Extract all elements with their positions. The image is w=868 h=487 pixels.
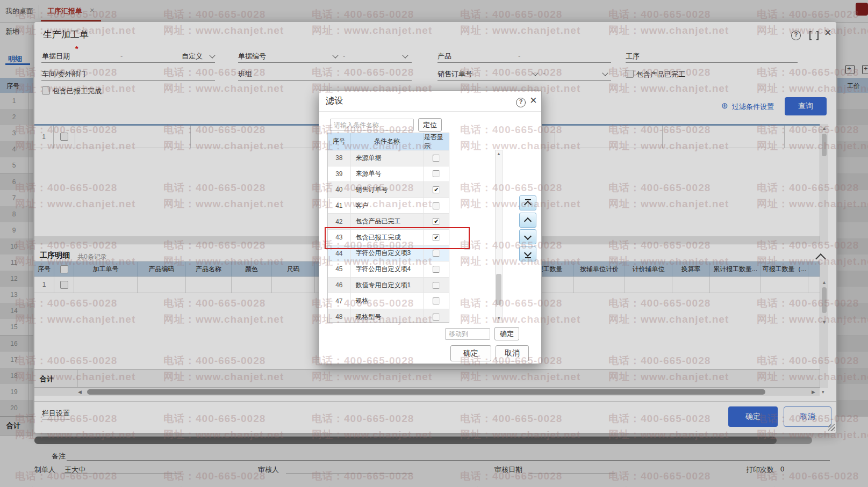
col-name: 条件名称 (351, 133, 424, 150)
condition-name: 字符公用自定义项3 (351, 246, 424, 261)
close-icon[interactable]: × (530, 95, 537, 106)
visible-checkbox[interactable] (433, 297, 440, 304)
visible-checkbox[interactable] (433, 202, 440, 209)
chevron-down-icon (524, 249, 532, 256)
dialog-title: 滤设 (326, 96, 343, 107)
chevron-up-icon (524, 200, 532, 208)
visible-checkbox[interactable] (433, 170, 440, 177)
condition-seq: 41 (328, 198, 351, 214)
col-visible: 是否显示 (424, 133, 449, 150)
move-up-button[interactable] (519, 213, 536, 228)
condition-name: 数值专用自定义项1 (351, 278, 424, 293)
application-window: 我的桌面 工序汇报单 × 新增 明细 序号 123456789101112131… (0, 0, 868, 487)
condition-visible-cell (424, 150, 449, 166)
condition-name: 来源单据 (351, 150, 424, 166)
filter-config-dialog: 滤设 × 定位 序号 条件名称 是否显示 38来源单据39来源单号40销售订单号… (319, 90, 542, 364)
filter-condition-row[interactable]: 43包含已报工完成 (328, 230, 449, 246)
visible-checkbox[interactable] (433, 282, 440, 289)
condition-seq: 47 (328, 293, 351, 309)
scroll-down-icon[interactable]: ▼ (497, 316, 501, 321)
move-ok-button[interactable]: 确定 (494, 327, 519, 340)
condition-visible-cell (424, 214, 449, 229)
locate-button[interactable]: 定位 (418, 118, 442, 132)
list-scrollbar[interactable]: ▲ ▼ (495, 150, 503, 323)
title-divider (319, 111, 541, 112)
condition-name: 包含产品已完工 (351, 214, 424, 229)
filter-condition-row[interactable]: 42包含产品已完工 (328, 214, 449, 230)
chevron-up-icon (524, 217, 532, 224)
condition-seq: 40 (328, 182, 351, 198)
condition-seq: 48 (328, 309, 351, 323)
condition-visible-cell (424, 309, 449, 323)
condition-name: 销售订单号 (351, 182, 424, 198)
condition-visible-cell (424, 182, 449, 198)
visible-checkbox[interactable] (433, 218, 440, 225)
condition-search-input[interactable] (330, 119, 414, 131)
condition-seq: 38 (328, 150, 351, 166)
condition-seq: 42 (328, 214, 351, 229)
condition-visible-cell (424, 246, 449, 261)
filter-condition-row[interactable]: 38来源单据 (328, 150, 449, 166)
condition-table-header: 序号 条件名称 是否显示 (328, 133, 449, 150)
visible-checkbox[interactable] (433, 250, 440, 257)
condition-name: 字符公用自定义项4 (351, 261, 424, 277)
condition-seq: 46 (328, 278, 351, 293)
filter-condition-row[interactable]: 46数值专用自定义项1 (328, 278, 449, 294)
condition-name: 包含已报工完成 (351, 230, 424, 245)
condition-visible-cell (424, 261, 449, 277)
condition-visible-cell (424, 293, 449, 309)
condition-seq: 45 (328, 261, 351, 277)
move-to-input[interactable] (445, 328, 490, 340)
condition-visible-cell (424, 230, 449, 245)
condition-table: 序号 条件名称 是否显示 38来源单据39来源单号40销售订单号41客户42包含… (327, 133, 449, 323)
condition-name: 规格型号 (351, 309, 424, 323)
filter-condition-row[interactable]: 48规格型号 (328, 309, 449, 323)
scrollbar-thumb[interactable] (496, 274, 501, 305)
col-seq: 序号 (328, 133, 351, 150)
condition-visible-cell (424, 198, 449, 214)
visible-checkbox[interactable] (433, 266, 440, 273)
visible-checkbox[interactable] (433, 186, 440, 193)
filter-condition-row[interactable]: 40销售订单号 (328, 182, 449, 198)
filter-condition-row[interactable]: 41客户 (328, 198, 449, 214)
move-to-bottom-button[interactable] (519, 246, 536, 261)
condition-name: 客户 (351, 198, 424, 214)
scroll-up-icon[interactable]: ▲ (497, 151, 501, 156)
condition-visible-cell (424, 278, 449, 293)
cancel-button[interactable]: 取消 (496, 345, 529, 361)
filter-condition-row[interactable]: 44字符公用自定义项3 (328, 246, 449, 262)
visible-checkbox[interactable] (433, 155, 440, 162)
condition-name: 来源单号 (351, 166, 424, 182)
condition-name: 规格 (351, 293, 424, 309)
condition-seq: 43 (328, 230, 351, 245)
visible-checkbox[interactable] (433, 314, 440, 321)
help-icon[interactable] (516, 98, 526, 107)
condition-seq: 44 (328, 246, 351, 261)
filter-condition-row[interactable]: 47规格 (328, 293, 449, 309)
move-to-top-button[interactable] (519, 195, 536, 210)
filter-condition-row[interactable]: 45字符公用自定义项4 (328, 261, 449, 278)
move-down-button[interactable] (519, 229, 536, 244)
condition-visible-cell (424, 166, 449, 182)
condition-seq: 39 (328, 166, 351, 182)
ok-button[interactable]: 确定 (450, 345, 491, 361)
visible-checkbox[interactable] (433, 234, 440, 241)
chevron-down-icon (524, 232, 532, 239)
filter-condition-row[interactable]: 39来源单号 (328, 166, 449, 183)
